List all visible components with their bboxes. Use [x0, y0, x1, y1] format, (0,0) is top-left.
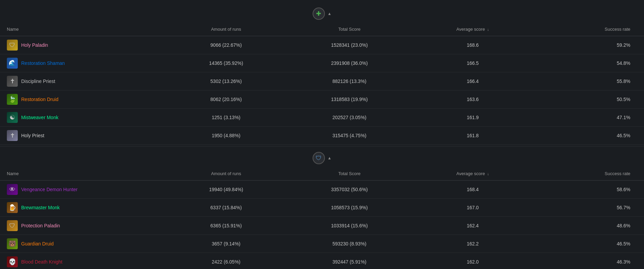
table-row: 🛡 Protection Paladin 6365 (15.91%) 10339…: [0, 217, 644, 235]
class-name-1: Brewmaster Monk: [21, 205, 60, 210]
runs-cell-2: 5302 (13.26%): [164, 72, 288, 90]
avg-cell-3: 163.6: [411, 90, 534, 109]
avg-cell-0: 168.4: [411, 181, 534, 199]
class-icon-3: 🍃: [7, 94, 18, 105]
runs-cell-4: 2422 (6.05%): [164, 253, 288, 269]
class-icon-0: 👁: [7, 184, 18, 195]
class-icon-5: ✝: [7, 130, 18, 141]
table-row: ✝ Holy Priest 1950 (4.88%) 315475 (4.75%…: [0, 127, 644, 145]
class-name-0: Vengeance Demon Hunter: [21, 187, 78, 192]
runs-cell-5: 1950 (4.88%): [164, 127, 288, 145]
tanks-collapse-arrow[interactable]: ▲: [328, 156, 332, 160]
total-cell-4: 392447 (5.91%): [288, 253, 411, 269]
runs-cell-1: 6337 (15.84%): [164, 199, 288, 217]
header-success-tank[interactable]: Success rate: [534, 167, 644, 181]
name-cell-2: ✝ Discipline Priest: [0, 72, 164, 90]
healers-icon: ✚: [313, 8, 325, 20]
avg-cell-2: 162.4: [411, 217, 534, 235]
name-cell-5: ✝ Holy Priest: [0, 127, 164, 145]
class-name-2: Discipline Priest: [21, 79, 55, 84]
success-cell-1: 54.8%: [534, 54, 644, 72]
healers-collapse-arrow[interactable]: ▲: [328, 11, 332, 16]
class-icon-0: 🛡: [7, 40, 18, 51]
avg-cell-4: 161.9: [411, 109, 534, 127]
avg-sort-icon: ↓: [487, 27, 489, 31]
name-cell-0: 🛡 Holy Paladin: [0, 36, 164, 54]
runs-cell-3: 3657 (9.14%): [164, 235, 288, 253]
table-row: ☯ Mistweaver Monk 1251 (3.13%) 202527 (3…: [0, 109, 644, 127]
success-cell-2: 48.6%: [534, 217, 644, 235]
total-cell-1: 2391908 (36.0%): [288, 54, 411, 72]
tanks-icon: 🛡: [313, 152, 325, 164]
healers-section-header: ✚ ▲: [0, 3, 644, 23]
name-cell-3: 🍃 Restoration Druid: [0, 90, 164, 109]
header-runs[interactable]: Amount of runs: [164, 23, 288, 36]
header-total-tank[interactable]: Total Score: [288, 167, 411, 181]
table-row: 🍃 Restoration Druid 8062 (20.16%) 131858…: [0, 90, 644, 109]
tanks-table-header: Name Amount of runs Total Score Average …: [0, 167, 644, 181]
healers-section: ✚ ▲ Name Amount of runs Total Score Aver…: [0, 0, 644, 145]
class-name-4: Blood Death Knight: [21, 259, 63, 265]
success-cell-1: 56.7%: [534, 199, 644, 217]
total-cell-3: 593230 (8.93%): [288, 235, 411, 253]
name-cell-4: ☯ Mistweaver Monk: [0, 109, 164, 127]
tanks-section: 🛡 ▲ Name Amount of runs Total Score Aver…: [0, 148, 644, 269]
header-name: Name: [0, 23, 164, 36]
class-icon-1: 🌊: [7, 58, 18, 69]
runs-cell-4: 1251 (3.13%): [164, 109, 288, 127]
avg-cell-1: 167.0: [411, 199, 534, 217]
avg-cell-0: 168.6: [411, 36, 534, 54]
class-icon-4: ☯: [7, 112, 18, 123]
healers-table-header: Name Amount of runs Total Score Average …: [0, 23, 644, 36]
success-cell-4: 46.3%: [534, 253, 644, 269]
table-row: 🐻 Guardian Druid 3657 (9.14%) 593230 (8.…: [0, 235, 644, 253]
tanks-table: Name Amount of runs Total Score Average …: [0, 167, 644, 269]
success-cell-2: 55.8%: [534, 72, 644, 90]
class-icon-2: 🛡: [7, 220, 18, 231]
header-total[interactable]: Total Score: [288, 23, 411, 36]
avg-cell-5: 161.8: [411, 127, 534, 145]
class-name-3: Restoration Druid: [21, 97, 58, 102]
success-cell-3: 50.5%: [534, 90, 644, 109]
runs-cell-3: 8062 (20.16%): [164, 90, 288, 109]
healers-table-body: 🛡 Holy Paladin 9066 (22.67%) 1528341 (23…: [0, 36, 644, 145]
avg-cell-3: 162.2: [411, 235, 534, 253]
class-name-1: Restoration Shaman: [21, 60, 65, 66]
name-cell-0: 👁 Vengeance Demon Hunter: [0, 181, 164, 199]
total-cell-1: 1058573 (15.9%): [288, 199, 411, 217]
table-row: 🌊 Restoration Shaman 14365 (35.92%) 2391…: [0, 54, 644, 72]
class-name-4: Mistweaver Monk: [21, 115, 58, 120]
header-avg[interactable]: Average score ↓: [411, 23, 534, 36]
header-success[interactable]: Success rate: [534, 23, 644, 36]
table-row: 👁 Vengeance Demon Hunter 19940 (49.84%) …: [0, 181, 644, 199]
table-row: 🛡 Holy Paladin 9066 (22.67%) 1528341 (23…: [0, 36, 644, 54]
name-cell-4: 💀 Blood Death Knight: [0, 253, 164, 269]
success-cell-0: 58.6%: [534, 181, 644, 199]
total-cell-3: 1318583 (19.9%): [288, 90, 411, 109]
avg-cell-2: 166.4: [411, 72, 534, 90]
name-cell-1: 🍺 Brewmaster Monk: [0, 199, 164, 217]
name-cell-1: 🌊 Restoration Shaman: [0, 54, 164, 72]
class-icon-3: 🐻: [7, 238, 18, 249]
total-cell-5: 315475 (4.75%): [288, 127, 411, 145]
table-row: 💀 Blood Death Knight 2422 (6.05%) 392447…: [0, 253, 644, 269]
runs-cell-1: 14365 (35.92%): [164, 54, 288, 72]
tanks-section-header: 🛡 ▲: [0, 148, 644, 167]
class-name-5: Holy Priest: [21, 133, 44, 138]
runs-cell-0: 9066 (22.67%): [164, 36, 288, 54]
total-cell-0: 1528341 (23.0%): [288, 36, 411, 54]
table-row: 🍺 Brewmaster Monk 6337 (15.84%) 1058573 …: [0, 199, 644, 217]
total-cell-0: 3357032 (50.6%): [288, 181, 411, 199]
success-cell-5: 46.5%: [534, 127, 644, 145]
tanks-table-body: 👁 Vengeance Demon Hunter 19940 (49.84%) …: [0, 181, 644, 269]
class-icon-1: 🍺: [7, 202, 18, 213]
runs-cell-0: 19940 (49.84%): [164, 181, 288, 199]
success-cell-0: 59.2%: [534, 36, 644, 54]
healers-table: Name Amount of runs Total Score Average …: [0, 23, 644, 145]
avg-cell-4: 162.0: [411, 253, 534, 269]
header-runs-tank[interactable]: Amount of runs: [164, 167, 288, 181]
total-cell-4: 202527 (3.05%): [288, 109, 411, 127]
class-name-2: Protection Paladin: [21, 223, 60, 228]
header-avg-tank[interactable]: Average score ↓: [411, 167, 534, 181]
success-cell-3: 46.5%: [534, 235, 644, 253]
